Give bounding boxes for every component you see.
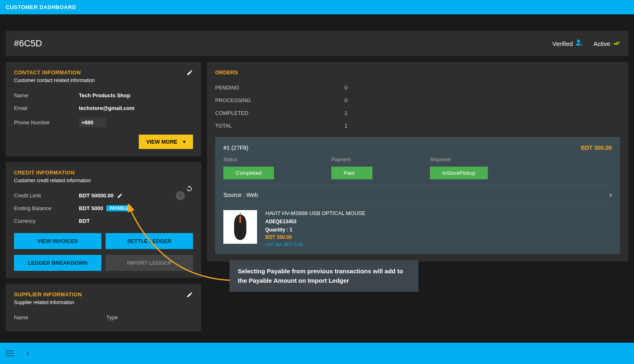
source-label: Source : Web <box>223 192 258 198</box>
active-status: Active <box>593 40 620 47</box>
user-check-icon <box>576 39 583 48</box>
shipment-pill: InStorePickup <box>430 167 488 179</box>
payment-pill: Paid <box>331 167 372 179</box>
name-label: Name <box>14 92 79 98</box>
customer-id: #6C5D <box>14 38 42 49</box>
processing-val: 0 <box>345 97 347 103</box>
contact-card: CONTACT INFORMATION Customer contact rel… <box>6 62 201 156</box>
view-more-label: VIEW MORE <box>146 139 177 145</box>
order-header: #1 (27F8) BDT 300.00 <box>223 144 612 151</box>
back-icon[interactable]: ‹ <box>26 348 29 359</box>
chevron-right-icon: › <box>609 190 612 199</box>
view-invoices-button[interactable]: VIEW INVOICES <box>14 233 101 249</box>
supplier-title: SUPPLIER INFORMATION <box>14 291 193 298</box>
info-icon[interactable]: i <box>176 191 185 200</box>
top-bar: CUSTOMER DASHBOARD <box>0 0 634 14</box>
supplier-name-col: Name <box>14 314 106 321</box>
balance-value: BDT 5000 <box>79 205 103 211</box>
product-name: HAVIT HV-MS689 USB OPTICAL MOUSE <box>265 210 365 216</box>
ledger-breakdown-button[interactable]: LEDGER BREAKDOWN <box>14 255 101 271</box>
payment-col: Payment Paid <box>331 157 372 179</box>
credit-limit-value: BDT 50000.00 <box>79 192 114 199</box>
credit-limit-row: Credit Limit BDT 50000.00 i <box>14 189 193 202</box>
email-label: Email <box>14 105 79 111</box>
contact-title: CONTACT INFORMATION <box>14 69 193 76</box>
product-image <box>223 210 257 244</box>
order-id: #1 (27F8) <box>223 144 248 151</box>
product-details: HAVIT HV-MS689 USB OPTICAL MOUSE ADEQE13… <box>265 210 365 247</box>
total-row: TOTAL 1 <box>215 119 620 132</box>
status-group: Verified Active <box>552 39 620 48</box>
view-more-button[interactable]: VIEW MORE ▾ <box>139 135 193 149</box>
product-tax: Unit Tax: BDT 0.00 <box>265 242 365 247</box>
completed-row: COMPLETED 1 <box>215 107 620 119</box>
order-amount: BDT 300.00 <box>581 144 612 151</box>
balance-row: Ending Balance BDT 5000 PAYABLE <box>14 202 193 215</box>
settle-ledger-button[interactable]: SETTLE LEDGER <box>106 233 193 249</box>
total-label: TOTAL <box>215 123 345 129</box>
order-item[interactable]: #1 (27F8) BDT 300.00 Status Completed Pa… <box>215 137 620 254</box>
completed-label: COMPLETED <box>215 110 345 116</box>
menu-icon[interactable] <box>6 350 14 356</box>
status-col: Status Completed <box>223 157 274 179</box>
status-label: Status <box>223 157 274 163</box>
bottom-bar: ‹ <box>0 343 634 364</box>
pending-label: PENDING <box>215 85 345 91</box>
name-row: Name Tech Products Shop <box>14 89 193 102</box>
supplier-card: SUPPLIER INFORMATION Supplier related in… <box>6 284 201 331</box>
email-row: Email techstore@gmail.com <box>14 102 193 114</box>
credit-limit-label: Credit Limit <box>14 192 79 199</box>
header: #6C5D Verified Active <box>6 31 628 56</box>
pending-row: PENDING 0 <box>215 81 620 94</box>
left-column: CONTACT INFORMATION Customer contact rel… <box>6 62 201 331</box>
orders-title: ORDERS <box>215 69 620 76</box>
product-sku: ADEQE13453 <box>265 219 365 224</box>
phone-value: +880 <box>79 118 106 127</box>
product-qty: Quantity : 1 <box>265 227 365 233</box>
credit-buttons-row2: LEDGER BREAKDOWN IMPORT LEDGER <box>14 255 193 271</box>
credit-card: CREDIT INFORMATION Customer credit relat… <box>6 162 201 278</box>
edit-icon[interactable] <box>186 69 193 76</box>
double-check-icon <box>613 40 620 47</box>
balance-label: Ending Balance <box>14 205 79 211</box>
annotation-callout: Selecting Payable from previous transact… <box>230 260 418 292</box>
phone-row: Phone Number +880 <box>14 114 193 130</box>
contact-sub: Customer contact related information <box>14 78 193 83</box>
chevron-down-icon: ▾ <box>183 139 186 144</box>
edit-limit-icon[interactable] <box>117 193 123 199</box>
completed-val: 1 <box>345 110 347 116</box>
main-content: #6C5D Verified Active CONTACT INFORMATIO… <box>0 14 634 341</box>
processing-row: PROCESSING 0 <box>215 94 620 107</box>
credit-buttons-row1: VIEW INVOICES SETTLE LEDGER <box>14 233 193 249</box>
import-ledger-button[interactable]: IMPORT LEDGER <box>106 255 193 271</box>
verified-status: Verified <box>552 39 583 48</box>
pending-val: 0 <box>345 85 347 91</box>
orders-card: ORDERS PENDING 0 PROCESSING 0 COMPLETED … <box>207 62 628 261</box>
credit-sub: Customer credit related information <box>14 178 193 183</box>
total-val: 1 <box>345 123 347 129</box>
product-block: HAVIT HV-MS689 USB OPTICAL MOUSE ADEQE13… <box>223 210 612 247</box>
payable-badge: PAYABLE <box>106 205 131 211</box>
shipment-label: Shipment <box>430 157 488 163</box>
currency-value: BDT <box>79 218 90 224</box>
payment-label: Payment <box>331 157 372 163</box>
currency-label: Currency <box>14 218 79 224</box>
shipment-col: Shipment InStorePickup <box>430 157 488 179</box>
credit-title: CREDIT INFORMATION <box>14 169 193 176</box>
name-value: Tech Products Shop <box>79 92 130 98</box>
verified-label: Verified <box>552 40 573 47</box>
supplier-header-row: Name Type <box>14 311 193 324</box>
status-pill: Completed <box>223 167 274 179</box>
email-value: techstore@gmail.com <box>79 105 135 111</box>
phone-label: Phone Number <box>14 119 79 126</box>
edit-supplier-icon[interactable] <box>186 291 193 298</box>
product-price: BDT 300.00 <box>265 234 365 240</box>
processing-label: PROCESSING <box>215 97 345 103</box>
active-label: Active <box>593 40 610 47</box>
supplier-type-col: Type <box>106 314 118 321</box>
supplier-sub: Supplier related information <box>14 300 193 305</box>
topbar-title: CUSTOMER DASHBOARD <box>6 4 76 10</box>
order-statuses: Status Completed Payment Paid Shipment I… <box>223 157 612 179</box>
source-row[interactable]: Source : Web › <box>223 186 612 204</box>
currency-row: Currency BDT <box>14 215 193 227</box>
